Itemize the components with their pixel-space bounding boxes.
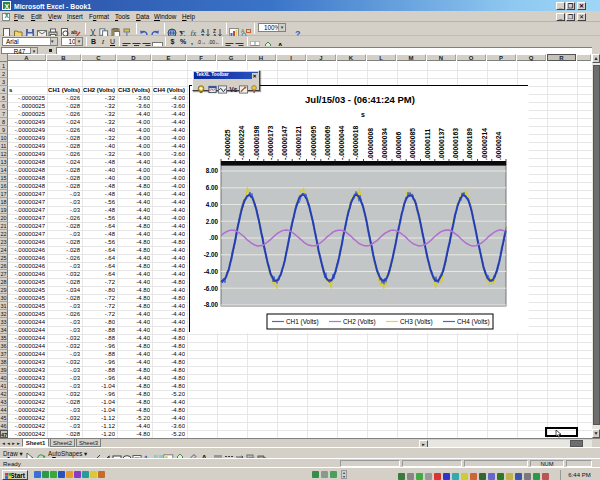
svg-text:-4.00: -4.00: [204, 268, 219, 275]
svg-text:CH2 (Volts): CH2 (Volts): [343, 318, 376, 326]
svg-text:CH3 (Volts): CH3 (Volts): [400, 318, 433, 326]
svg-text:-.00000121: -.00000121: [295, 125, 302, 160]
svg-text:.00000189: .00000189: [466, 128, 473, 160]
svg-text:2.00: 2.00: [206, 218, 219, 225]
svg-text:CH1 (Volts): CH1 (Volts): [286, 318, 319, 326]
svg-text:-2.00: -2.00: [204, 251, 219, 258]
svg-text:-6.00: -6.00: [204, 285, 219, 292]
svg-text:4.00: 4.00: [206, 201, 219, 208]
svg-text:Vs: Vs: [229, 86, 237, 93]
svg-text:-.00000173: -.00000173: [267, 125, 274, 160]
svg-text:.00000008: .00000008: [367, 128, 374, 160]
svg-text:-.00000198: -.00000198: [253, 125, 260, 160]
svg-text:ab: ab: [71, 29, 78, 35]
svg-text:Jul/15/03 - (06:41:24 PM): Jul/15/03 - (06:41:24 PM): [305, 94, 415, 105]
svg-text:-.00000147: -.00000147: [281, 125, 288, 160]
svg-text:.00000163: .00000163: [452, 128, 459, 160]
svg-text:.00000111: .00000111: [424, 128, 431, 160]
svg-text:6.00: 6.00: [206, 184, 219, 191]
svg-text:.0000006: .0000006: [395, 131, 402, 160]
svg-text:-8.00: -8.00: [204, 301, 219, 308]
svg-text:.00000085: .00000085: [409, 128, 416, 160]
svg-text:.00000034: .00000034: [381, 128, 388, 160]
svg-text:.0000024: .0000024: [495, 131, 502, 160]
svg-text:.00000137: .00000137: [438, 128, 445, 160]
svg-text:CH4 (Volts): CH4 (Volts): [457, 318, 490, 326]
svg-text:-.0000025: -.0000025: [224, 129, 231, 160]
svg-text:.00: .00: [209, 234, 218, 241]
svg-text:-.00000069: -.00000069: [324, 125, 331, 160]
svg-text:8.00: 8.00: [206, 167, 219, 174]
svg-text:-.00000095: -.00000095: [310, 125, 317, 160]
svg-text:-.00000044: -.00000044: [338, 125, 345, 160]
svg-text:.00000214: .00000214: [481, 128, 488, 160]
svg-text:-.00000224: -.00000224: [238, 125, 245, 160]
svg-text:-.00000018: -.00000018: [352, 125, 359, 160]
svg-text:s: s: [361, 111, 365, 118]
